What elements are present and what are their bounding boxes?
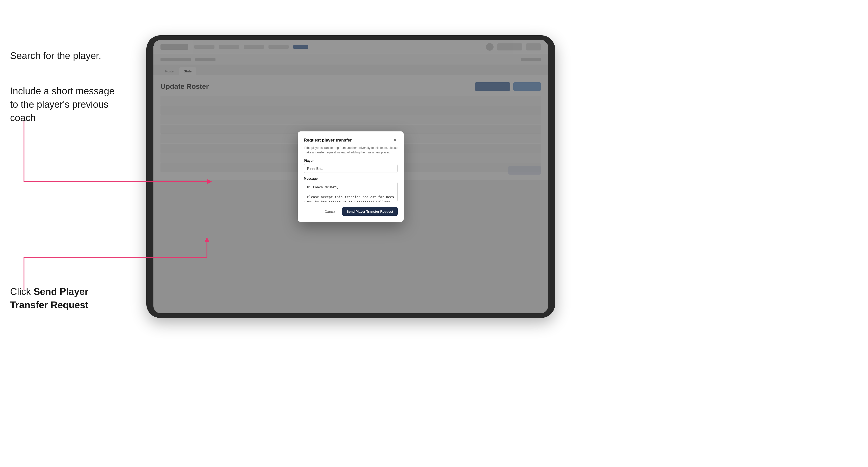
- modal-overlay: Request player transfer ✕ If the player …: [153, 40, 548, 313]
- player-label: Player: [304, 159, 398, 162]
- message-label: Message: [304, 177, 398, 180]
- dialog-footer: Cancel Send Player Transfer Request: [304, 207, 398, 216]
- tablet-screen: Roster Stats Update Roster: [153, 40, 548, 313]
- player-input[interactable]: [304, 164, 398, 173]
- annotation-message: Include a short messageto the player's p…: [10, 85, 121, 125]
- dialog-header: Request player transfer ✕: [304, 137, 398, 143]
- dialog-title: Request player transfer: [304, 138, 352, 143]
- cancel-button[interactable]: Cancel: [321, 208, 339, 215]
- message-textarea[interactable]: Hi Coach McHarg, Please accept this tran…: [304, 182, 398, 202]
- close-icon[interactable]: ✕: [392, 137, 398, 143]
- send-transfer-button[interactable]: Send Player Transfer Request: [342, 207, 398, 216]
- annotation-click: Click Send Player Transfer Request: [10, 285, 121, 312]
- annotation-search: Search for the player.: [10, 49, 101, 63]
- dialog-description: If the player is transferring from anoth…: [304, 146, 398, 155]
- tablet-device: Roster Stats Update Roster: [146, 35, 555, 318]
- transfer-dialog: Request player transfer ✕ If the player …: [298, 131, 404, 222]
